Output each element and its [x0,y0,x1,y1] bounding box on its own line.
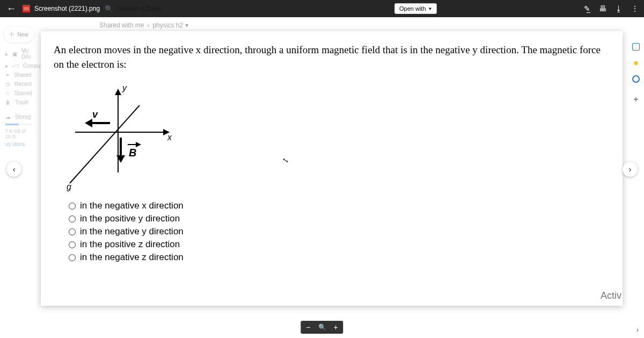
collapse-panel-icon[interactable]: › [636,326,639,334]
radio-icon [69,228,76,235]
cloud-icon: ☁ [5,114,11,120]
download-icon[interactable]: ⭳ [615,4,623,13]
breadcrumb-folder[interactable]: physics h2 [152,21,183,29]
new-button[interactable]: + New [3,26,34,43]
y-axis-label: y [122,83,127,92]
clock-icon: ◷ [5,81,10,87]
velocity-label: v [92,109,98,120]
option-b[interactable]: in the positive y direction [69,213,610,224]
radio-icon [69,203,76,210]
prev-button[interactable]: ‹ [6,162,21,177]
buy-storage-link[interactable]: uy stora [0,140,38,148]
caret-right-icon: ▸ [5,63,8,69]
sidebar-item-shared[interactable]: ⚭Shared [0,70,38,80]
side-panel: ● + [632,43,640,104]
addons-plus-icon[interactable]: + [633,95,638,104]
filename: Screenshot (2221).png [34,5,100,12]
radio-icon [69,241,76,248]
svg-marker-2 [115,89,121,95]
svg-marker-10 [136,142,141,147]
svg-marker-6 [85,119,92,127]
sidebar-item-storage[interactable]: ☁Storag [0,112,38,121]
new-label: New [17,32,28,38]
answer-options: in the negative x direction in the posit… [69,200,610,263]
search-placeholder: Search in Drive [118,5,162,12]
sidebar-item-mydrive[interactable]: ▸▣My Driv [0,46,38,61]
x-axis-label: x [167,133,172,142]
option-d[interactable]: in the positive z direction [69,239,610,250]
keep-icon[interactable]: ● [633,58,639,68]
radio-icon [69,254,76,261]
windows-watermark: Activ [601,290,621,301]
search-area: 🔍 Search in Drive [105,5,162,13]
cursor-icon: ⤡ [282,155,290,165]
g-label: g [67,182,71,191]
calendar-icon[interactable] [632,43,640,51]
caret-right-icon: ▸ [5,51,8,57]
question-text: An electron moves in the negative x dire… [54,43,610,71]
annotate-icon[interactable]: ✎̲ [584,4,590,13]
storage-bar [5,124,32,125]
viewer-topbar: ← Screenshot (2221).png 🔍 Search in Driv… [0,0,644,17]
topbar-actions: ✎̲ 🖶 ⭳ ⋮ [584,4,639,13]
trash-icon: 🗑 [5,99,11,105]
caret-down-icon: ▼ [428,6,433,11]
option-c[interactable]: in the negative y direction [69,226,610,237]
option-a[interactable]: in the negative x direction [69,200,610,211]
print-icon[interactable]: 🖶 [599,4,606,13]
chevron-right-icon: › [147,21,149,29]
zoom-in-button[interactable]: + [334,323,338,332]
sidebar-item-starred[interactable]: ☆Starred [0,89,38,98]
drive-sidebar: + New ▸▣My Driv ▸⌐□Compu ⚭Shared ◷Recent… [0,23,38,148]
people-icon: ⚭ [5,72,10,78]
back-arrow-icon[interactable]: ← [6,3,16,15]
sidebar-item-computers[interactable]: ▸⌐□Compu [0,61,38,70]
breadcrumb-shared[interactable]: Shared with me [99,21,144,29]
storage-text: 7.6 GB of 15 G [0,127,38,140]
more-icon[interactable]: ⋮ [631,4,639,13]
open-with-button[interactable]: Open with ▼ [394,3,437,14]
tasks-icon[interactable] [632,75,640,83]
b-field-label: B [129,147,136,159]
search-icon[interactable]: 🔍 [105,5,113,13]
option-e[interactable]: in the negative z direction [69,252,610,263]
next-button[interactable]: › [623,162,638,177]
zoom-reset-button[interactable]: 🔍 [318,323,326,331]
physics-diagram: y x v B g [59,81,177,194]
open-with-label: Open with [399,5,426,12]
zoom-toolbar: − 🔍 + [301,321,343,334]
caret-down-icon[interactable]: ▾ [185,21,188,29]
image-file-icon [23,5,30,12]
sidebar-item-trash[interactable]: 🗑Trash [0,98,38,107]
zoom-out-button[interactable]: − [306,323,310,332]
plus-icon: + [9,30,14,39]
image-preview: An electron moves in the negative x dire… [41,31,623,306]
star-icon: ☆ [5,90,10,96]
radio-icon [69,215,76,222]
sidebar-item-recent[interactable]: ◷Recent [0,80,38,89]
